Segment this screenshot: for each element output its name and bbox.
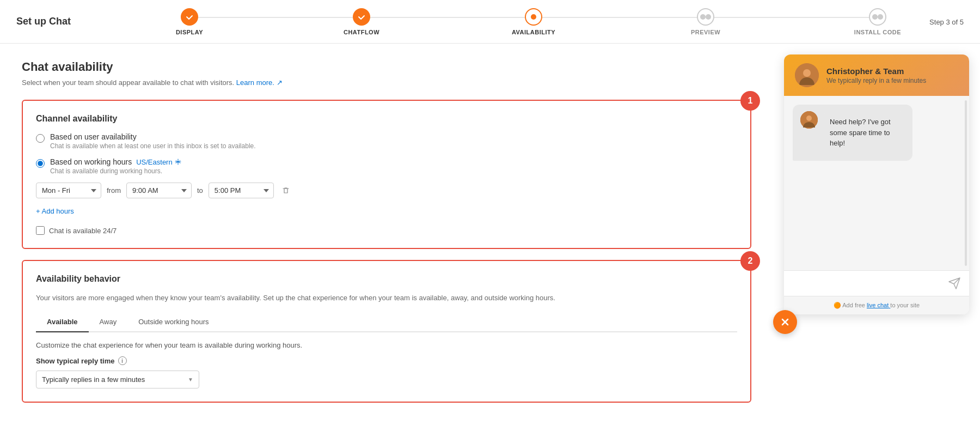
radio-working-label: Based on working hours	[50, 157, 132, 166]
chat-footer: 🟠 Add free live chat to your site	[784, 296, 969, 314]
learn-more-link[interactable]: Learn more. ↗	[236, 78, 283, 87]
page-title: Chat availability	[22, 60, 751, 74]
radio-user-desc: Chat is available when at least one user…	[50, 142, 256, 150]
hours-row: Mon - Fri Mon - Sun Custom from 9:00 AM …	[36, 183, 737, 198]
reply-time-select[interactable]: Typically replies in a few minutes Typic…	[36, 371, 182, 388]
radio-user-label: Based on user availability	[50, 132, 256, 141]
chat-input-area	[784, 270, 969, 296]
channel-availability-title: Channel availability	[36, 114, 737, 124]
hubspot-sprite: 🟠	[834, 302, 841, 308]
section-2-number: 2	[740, 251, 760, 271]
stepper: DISPLAY CHATFLOW AVAILABILITY PREVIEW	[103, 8, 964, 35]
behavior-tab-row: Available Away Outside working hours	[36, 312, 737, 332]
customize-text: Customize the chat experience for when y…	[36, 341, 737, 349]
from-label: from	[107, 186, 121, 195]
available-247-checkbox[interactable]	[36, 226, 45, 235]
preview-panel: Christopher & Team We typically reply in…	[773, 44, 980, 431]
chat-header-info: Christopher & Team We typically reply in…	[826, 66, 926, 84]
message-text: Need help? I've got some spare time to h…	[823, 111, 905, 154]
availability-behavior-section: 2 Availability behavior Your visitors ar…	[22, 260, 751, 403]
step-circle-availability	[525, 8, 542, 26]
step-label-chatflow: CHATFLOW	[344, 29, 379, 35]
main-layout: Chat availability Select when your team …	[0, 44, 980, 431]
app-title: Set up Chat	[16, 16, 103, 27]
step-circle-chatflow	[353, 8, 370, 26]
reply-time-dropdown[interactable]: Typically replies in a few minutes Typic…	[36, 371, 199, 388]
step-label-availability: AVAILABILITY	[512, 29, 555, 35]
delete-hours-button[interactable]	[279, 184, 292, 197]
preview-container: Christopher & Team We typically reply in…	[784, 54, 969, 345]
radio-working-input[interactable]	[36, 159, 45, 168]
send-icon	[948, 277, 960, 289]
live-chat-link[interactable]: live chat	[867, 302, 890, 308]
add-hours-link[interactable]: + Add hours	[36, 207, 74, 215]
radio-working-hours[interactable]: Based on working hours US/Eastern Chat i…	[36, 157, 737, 175]
chat-preview: Christopher & Team We typically reply in…	[784, 54, 969, 314]
day-select[interactable]: Mon - Fri Mon - Sun Custom	[36, 183, 101, 198]
page-subtitle: Select when your team should appear avai…	[22, 78, 751, 87]
step-availability[interactable]: AVAILABILITY	[448, 8, 620, 35]
reply-time-label-row: Show typical reply time i	[36, 356, 127, 365]
reply-dropdown-arrow-icon: ▼	[182, 377, 199, 383]
step-label-install: INSTALL CODE	[854, 29, 901, 35]
chat-avatar	[795, 63, 819, 87]
tab-away[interactable]: Away	[89, 312, 128, 332]
step-chatflow[interactable]: CHATFLOW	[275, 8, 448, 35]
msg-avatar	[800, 111, 818, 129]
chat-header: Christopher & Team We typically reply in…	[784, 54, 969, 96]
chat-scrollbar	[965, 100, 967, 266]
svg-point-3	[806, 116, 812, 121]
top-bar: Set up Chat DISPLAY CHATFLOW	[0, 0, 980, 44]
radio-user-availability[interactable]: Based on user availability Chat is avail…	[36, 132, 737, 150]
step-preview[interactable]: PREVIEW	[620, 8, 792, 35]
channel-availability-section: 1 Channel availability Based on user ava…	[22, 100, 751, 249]
chat-agent-name: Christopher & Team	[826, 66, 926, 76]
reply-time-info-icon[interactable]: i	[118, 356, 127, 365]
step-circle-display	[181, 8, 198, 26]
radio-user-input[interactable]	[36, 134, 45, 143]
step-display[interactable]: DISPLAY	[103, 8, 275, 35]
section-1-number: 1	[740, 91, 760, 111]
time-from-select[interactable]: 9:00 AM 8:00 AM 10:00 AM	[126, 183, 192, 198]
timezone-badge[interactable]: US/Eastern	[136, 158, 181, 166]
to-label: to	[197, 186, 203, 195]
chat-messages: Need help? I've got some spare time to h…	[793, 105, 960, 161]
step-label-display: DISPLAY	[176, 29, 203, 35]
svg-point-1	[803, 69, 811, 77]
close-chat-button[interactable]	[773, 310, 797, 334]
message-bubble: Need help? I've got some spare time to h…	[793, 105, 912, 161]
step-label-preview: PREVIEW	[691, 29, 720, 35]
step-counter: Step 3 of 5	[929, 17, 964, 26]
available-247-row: Chat is available 24/7	[36, 226, 737, 235]
tab-available[interactable]: Available	[36, 312, 89, 332]
available-247-label: Chat is available 24/7	[49, 227, 117, 235]
chat-body: Need help? I've got some spare time to h…	[784, 96, 969, 270]
tab-outside[interactable]: Outside working hours	[127, 312, 219, 332]
radio-working-desc: Chat is available during working hours.	[50, 167, 181, 175]
chat-agent-status: We typically reply in a few minutes	[826, 77, 926, 84]
time-to-select[interactable]: 5:00 PM 6:00 PM 4:00 PM	[209, 183, 274, 198]
availability-behavior-title: Availability behavior	[36, 274, 737, 284]
step-circle-install	[869, 8, 886, 26]
content-area: Chat availability Select when your team …	[0, 44, 773, 431]
behavior-desc: Your visitors are more engaged when they…	[36, 293, 737, 303]
step-circle-preview	[697, 8, 714, 26]
